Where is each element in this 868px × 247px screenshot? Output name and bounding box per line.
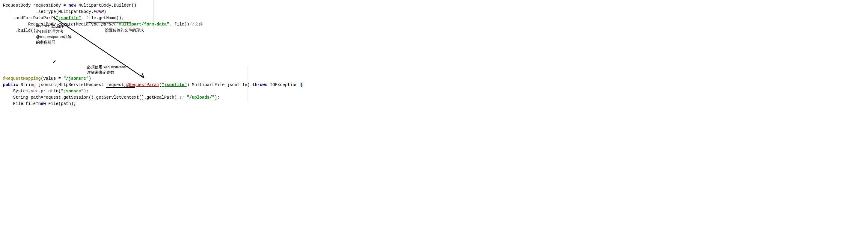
underline-multipart	[86, 21, 131, 23]
code-line-b1: @RequestMapping(value = "/jsonsrc")	[3, 75, 303, 82]
code-line-2: .setType(MultipartBody.FORM)	[3, 9, 203, 15]
code-line-b4: String path=request.getSession().getServ…	[3, 94, 303, 101]
arrow-icon	[51, 15, 150, 84]
code-line-b3: System.out.println("jsonsrc");	[3, 88, 303, 94]
code-line-1: RequestBody requestBody = new MultipartB…	[3, 2, 203, 9]
code-line-b2: public String jsonsrc(HttpServletRequest…	[3, 82, 303, 88]
java-controller-code-block: @RequestMapping(value = "/jsonsrc") publ…	[3, 75, 303, 107]
code-line-b5: File file=new File(path);	[3, 101, 303, 107]
